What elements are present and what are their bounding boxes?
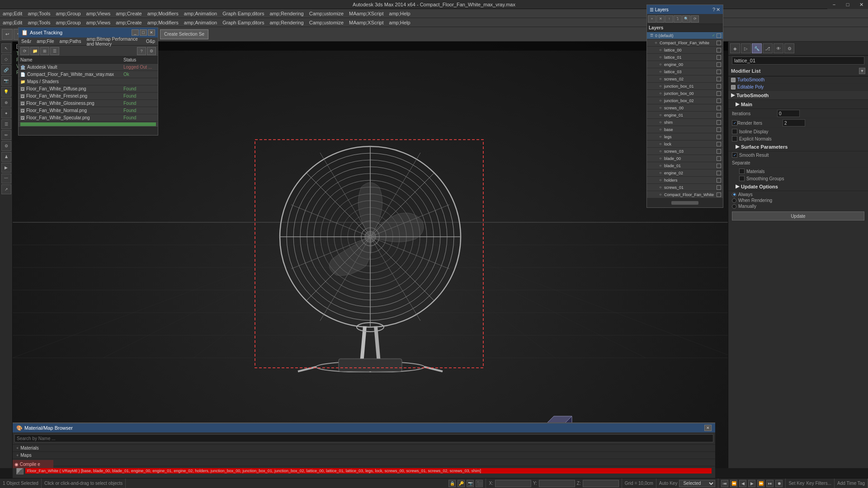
mb-scene-materials-section[interactable]: − Scene Materials [13,459,715,466]
menu-item2-grapheampditors[interactable]: Graph Eamp;ditors [220,19,267,26]
asset-minimize-btn[interactable]: _ [132,29,139,36]
xyz-x-input[interactable] [495,480,531,487]
asset-row-6[interactable]: 🖼Floor_Fan_White_Normal.pngFound [19,107,158,114]
maximize-button[interactable]: □ [841,0,854,9]
at-folder-btn[interactable]: 📁 [30,47,39,55]
at-menu-bitmap[interactable]: amp;Bitmap Performance and Memory [84,36,143,47]
layer-row-18[interactable]: ○blade_01 [647,162,723,169]
layer-row-12[interactable]: ○shim [647,119,723,126]
sidebar-light-icon[interactable]: 💡 [1,87,11,97]
smooth-result-checkbox[interactable]: ✓ [732,152,737,158]
at-menu-options[interactable]: O&p [143,38,158,45]
turbosmooth-section-header[interactable]: ▶ TurboSmooth [728,91,868,100]
rp-display-tab[interactable]: 👁 [774,43,783,53]
asset-close-btn[interactable]: ✕ [148,29,155,36]
play-back-icon[interactable]: ⏪ [730,480,737,487]
asset-row-5[interactable]: 🖼Floor_Fan_White_Glossiness.pngFound [19,100,158,107]
layer-row-3[interactable]: ○lattice_01 [647,54,723,61]
menu-item-ampanimation[interactable]: amp;Animation [181,10,220,17]
record-icon[interactable]: ⏺ [775,480,783,487]
layer-row-20[interactable]: ○holders [647,177,723,184]
smoothing-groups-checkbox[interactable] [739,176,745,181]
status-cube-icon[interactable]: ⬛ [476,480,483,487]
menu-item2-ampviews[interactable]: amp;Views [84,19,113,26]
explicit-normals-checkbox[interactable] [732,136,737,141]
layer-row-11[interactable]: ○engine_01 [647,112,723,119]
layers-help-btn[interactable]: ? [712,7,715,13]
status-camera-icon[interactable]: 📷 [467,480,474,487]
layer-row-8[interactable]: ○junction_box_00 [647,90,723,97]
modifier-name-input[interactable] [732,56,864,65]
menu-item-grapheampditors[interactable]: Graph Eamp;ditors [220,10,267,17]
sidebar-space-icon[interactable]: ✦ [1,108,11,118]
iterations-value[interactable]: 0 [777,110,800,117]
create-selection-button[interactable]: Create Selection Se [160,29,208,39]
sidebar-link-icon[interactable]: 🔗 [1,65,11,75]
at-help-btn[interactable]: ? [137,47,146,55]
rp-modify-tab[interactable]: 🔧 [752,43,762,53]
menu-item-ampviews[interactable]: amp;Views [84,10,113,17]
menu-item-ampedit[interactable]: amp;Edit [0,10,25,17]
at-grid-btn[interactable]: ⊞ [40,47,49,55]
at-menu-paths[interactable]: amp;Paths [57,38,84,45]
layers-refresh-btn[interactable]: ⟳ [691,15,699,23]
modifier-list-arrow[interactable]: ▼ [859,68,865,74]
update-options-header[interactable]: ▶ Update Options [728,182,868,191]
next-key-icon[interactable]: ⏩ [757,480,764,487]
layer-row-10[interactable]: ○screws_00 [647,104,723,112]
layer-row-9[interactable]: ○junction_box_02 [647,97,723,104]
menu-item2-ampcreate[interactable]: amp;Create [113,19,144,26]
prev-frame-icon[interactable]: ⏮ [721,480,728,487]
menu-item2-maampxscript[interactable]: MAamp;XScript [346,19,386,26]
menu-item-ampmodifiers[interactable]: amp;Modifiers [145,10,181,17]
sidebar-helper-icon[interactable]: ⊕ [1,98,11,108]
main-section-header[interactable]: ▶ Main [728,100,868,109]
modifier-editable-poly[interactable]: Editable Poly [728,84,868,91]
play-fwd-icon[interactable]: ▶ [748,480,755,487]
sidebar-wire-icon[interactable]: 〰 [1,174,11,183]
layers-add-btn[interactable]: ↑ [665,15,673,23]
layer-row-0[interactable]: ☰0 (default)✓ [647,32,723,39]
asset-row-1[interactable]: 📄Compact_Floor_Fan_White_max_vray.maxOk [19,71,158,78]
mb-scene-material-item[interactable]: Floor_Fan_White ( VRayMtl ) [base, blade… [13,466,715,475]
layers-scroll-handle[interactable] [671,201,698,205]
menu-item2-ampmodifiers[interactable]: amp;Modifiers [145,19,181,26]
layers-merge-btn[interactable]: ⤵ [674,15,682,23]
at-reload-btn[interactable]: ⟳ [20,47,29,55]
asset-row-0[interactable]: 🏦Autodesk VaultLogged Out ... [19,64,158,71]
when-rendering-radio[interactable] [732,198,736,203]
sidebar-motion-icon[interactable]: ▶ [1,163,11,173]
sidebar-crowd-icon[interactable]: ♟ [1,152,11,162]
manually-radio[interactable] [732,204,736,209]
xyz-y-input[interactable] [539,480,575,487]
sidebar-select-icon[interactable]: ↖ [1,43,11,53]
autokey-dropdown[interactable]: Selected [679,480,715,487]
menu-item2-amprendering[interactable]: amp;Rendering [267,19,306,26]
render-iters-checkbox[interactable]: ✓ [732,120,737,126]
asset-row-4[interactable]: 🖼Floor_Fan_White_Fresnel.pngFound [19,93,158,100]
materials-checkbox[interactable] [739,169,745,174]
asset-row-3[interactable]: 🖼Floor_Fan_White_Diffuse.pngFound [19,85,158,93]
menu-item2-amptools[interactable]: amp;Tools [25,19,53,26]
rp-modeling-tab[interactable]: ◈ [730,43,740,53]
menu-item-ampcreate[interactable]: amp;Create [113,10,144,17]
asset-restore-btn[interactable]: □ [140,29,147,36]
at-menu-file[interactable]: amp;File [34,38,57,45]
layer-row-19[interactable]: ○engine_02 [647,169,723,177]
layers-scroll[interactable]: ☰0 (default)✓○Compact_Floor_Fan_White○la… [647,32,723,198]
status-lock-icon[interactable]: 🔒 [448,480,456,487]
menu-item2-ampgroup[interactable]: amp;Group [53,19,84,26]
surface-params-header[interactable]: ▶ Surface Parameters [728,142,868,151]
sidebar-paint-icon[interactable]: ✏ [1,130,11,140]
sidebar-xref-icon[interactable]: ↗ [1,184,11,194]
close-button[interactable]: ✕ [854,0,868,9]
layer-row-1[interactable]: ○Compact_Floor_Fan_White [647,39,723,47]
layer-row-4[interactable]: ○engine_00 [647,61,723,68]
layer-row-17[interactable]: ○blade_00 [647,155,723,162]
isoline-checkbox[interactable] [732,129,737,134]
sidebar-layer-icon[interactable]: ☰ [1,119,11,129]
menu-item2-amphelp[interactable]: amp;Help [387,19,413,26]
layer-row-14[interactable]: ○legs [647,133,723,141]
layer-row-16[interactable]: ○screws_03 [647,148,723,155]
layer-row-21[interactable]: ○screws_01 [647,184,723,191]
